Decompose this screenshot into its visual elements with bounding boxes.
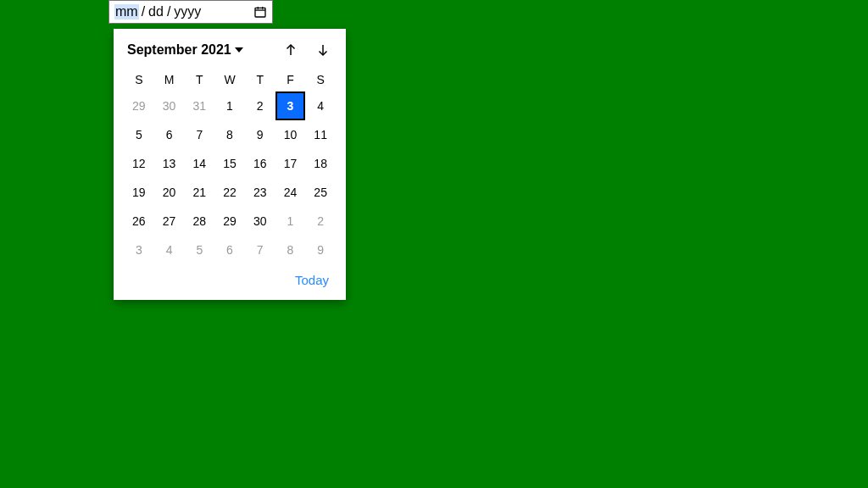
day-cell-other-month[interactable]: 31 <box>184 92 214 120</box>
day-header: W <box>214 68 245 92</box>
day-cell[interactable]: 7 <box>184 120 214 149</box>
day-cell-other-month[interactable]: 29 <box>124 92 154 120</box>
caret-down-icon <box>235 46 243 54</box>
day-cell[interactable]: 22 <box>214 178 245 207</box>
day-cell-other-month[interactable]: 7 <box>245 236 275 264</box>
day-cell[interactable]: 14 <box>184 149 214 178</box>
day-cell[interactable]: 12 <box>124 149 154 178</box>
day-cell[interactable]: 27 <box>154 207 185 236</box>
day-cell[interactable]: 13 <box>154 149 185 178</box>
today-button[interactable]: Today <box>295 273 329 287</box>
next-month-button[interactable] <box>314 41 332 59</box>
day-cell-other-month[interactable]: 9 <box>305 236 336 264</box>
day-cell[interactable]: 26 <box>124 207 154 236</box>
day-cell[interactable]: 23 <box>245 178 275 207</box>
day-cell[interactable]: 5 <box>124 120 154 149</box>
day-cell[interactable]: 6 <box>154 120 185 149</box>
day-cell[interactable]: 25 <box>305 178 336 207</box>
svg-marker-4 <box>235 47 243 53</box>
day-cell[interactable]: 17 <box>275 149 306 178</box>
date-input-separator-2: / <box>166 4 171 19</box>
day-cell-other-month[interactable]: 6 <box>214 236 245 264</box>
day-cell-other-month[interactable]: 3 <box>124 236 154 264</box>
date-input-dd[interactable]: dd <box>147 4 164 19</box>
day-cell[interactable]: 4 <box>305 92 336 120</box>
day-cell-other-month[interactable]: 4 <box>154 236 185 264</box>
day-cell[interactable]: 8 <box>214 120 245 149</box>
date-input[interactable]: mm / dd / yyyy <box>108 0 273 24</box>
datepicker-header: September 2021 <box>124 41 336 68</box>
date-input-separator-1: / <box>141 4 146 19</box>
month-year-selector[interactable]: September 2021 <box>127 42 243 58</box>
day-cell[interactable]: 29 <box>214 207 245 236</box>
day-cell[interactable]: 2 <box>245 92 275 120</box>
day-cell-other-month[interactable]: 2 <box>305 207 336 236</box>
day-cell[interactable]: 11 <box>305 120 336 149</box>
day-cell[interactable]: 19 <box>124 178 154 207</box>
day-cell[interactable]: 24 <box>275 178 306 207</box>
day-cell[interactable]: 15 <box>214 149 245 178</box>
day-cell[interactable]: 9 <box>245 120 275 149</box>
day-cell[interactable]: 18 <box>305 149 336 178</box>
day-header: M <box>154 68 185 92</box>
day-cell[interactable]: 10 <box>275 120 306 149</box>
day-cell[interactable]: 20 <box>154 178 185 207</box>
date-input-segments: mm / dd / yyyy <box>114 4 202 19</box>
day-cell[interactable]: 28 <box>184 207 214 236</box>
day-cell-other-month[interactable]: 30 <box>154 92 185 120</box>
day-cell[interactable]: 21 <box>184 178 214 207</box>
day-cell-other-month[interactable]: 8 <box>275 236 306 264</box>
day-cell-other-month[interactable]: 5 <box>184 236 214 264</box>
datepicker-grid: SMTWTFS293031123456789101112131415161718… <box>124 68 336 264</box>
day-cell[interactable]: 16 <box>245 149 275 178</box>
date-input-yyyy[interactable]: yyyy <box>173 4 202 19</box>
day-cell[interactable]: 1 <box>214 92 245 120</box>
day-header: S <box>305 68 336 92</box>
datepicker-nav <box>281 41 332 59</box>
day-header: F <box>275 68 306 92</box>
day-header: S <box>124 68 154 92</box>
day-header: T <box>245 68 275 92</box>
day-cell[interactable]: 30 <box>245 207 275 236</box>
date-input-mm[interactable]: mm <box>114 4 139 19</box>
day-cell-selected[interactable]: 3 <box>275 92 306 120</box>
svg-rect-0 <box>255 8 265 17</box>
day-header: T <box>184 68 214 92</box>
prev-month-button[interactable] <box>281 41 300 59</box>
datepicker-popup: September 2021 SMTWTFS293031123456789101… <box>114 29 346 300</box>
month-year-label: September 2021 <box>127 42 231 58</box>
datepicker-footer: Today <box>124 264 336 290</box>
calendar-icon[interactable] <box>253 5 267 19</box>
day-cell-other-month[interactable]: 1 <box>275 207 306 236</box>
